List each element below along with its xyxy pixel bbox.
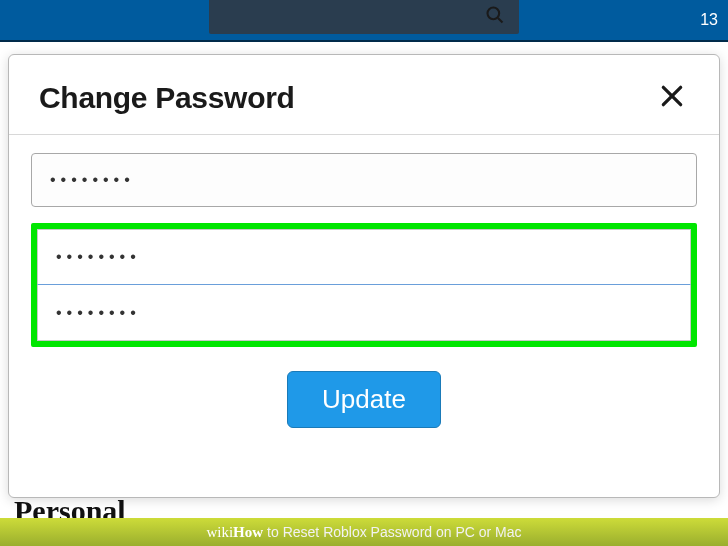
current-password-field[interactable] bbox=[31, 153, 697, 207]
new-password-field[interactable] bbox=[37, 229, 691, 285]
highlighted-password-group bbox=[31, 223, 697, 347]
svg-point-0 bbox=[488, 8, 500, 20]
svg-line-1 bbox=[498, 18, 503, 23]
clock-partial: 13 bbox=[700, 11, 718, 29]
modal-title: Change Password bbox=[39, 81, 295, 115]
modal-footer: Update bbox=[9, 357, 719, 446]
modal-body bbox=[9, 135, 719, 357]
wikihow-caption: wikiHow to Reset Roblox Password on PC o… bbox=[0, 518, 728, 546]
close-button[interactable] bbox=[655, 79, 689, 116]
confirm-password-field[interactable] bbox=[37, 285, 691, 341]
app-header: 13 bbox=[0, 0, 728, 42]
update-button[interactable]: Update bbox=[287, 371, 441, 428]
modal-header: Change Password bbox=[9, 55, 719, 135]
wikihow-logo: wikiHow bbox=[206, 524, 263, 541]
close-icon bbox=[659, 83, 685, 112]
search-box[interactable] bbox=[209, 0, 519, 34]
change-password-modal: Change Password Update bbox=[8, 54, 720, 498]
caption-text: to Reset Roblox Password on PC or Mac bbox=[267, 524, 521, 540]
search-icon bbox=[485, 5, 505, 29]
